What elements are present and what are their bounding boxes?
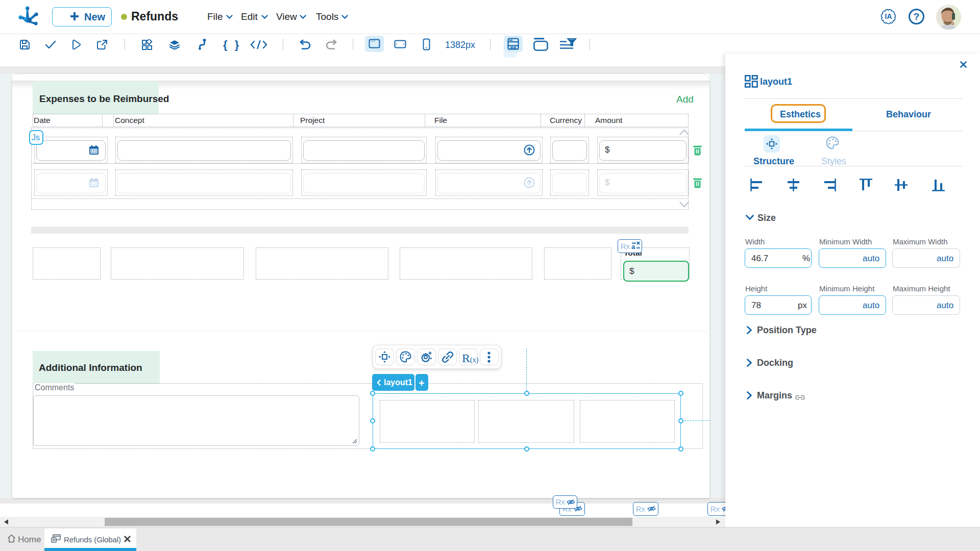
svg-text:a: a — [631, 243, 635, 251]
